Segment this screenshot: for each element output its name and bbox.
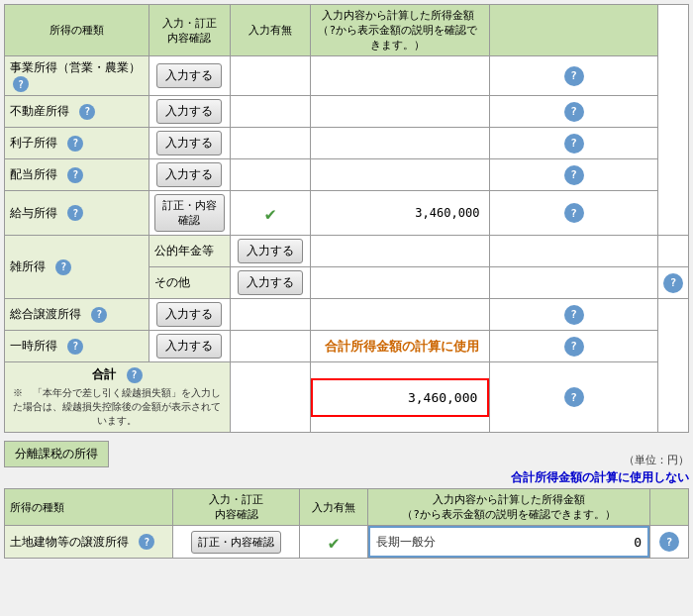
help-icon-salary[interactable]: ?: [67, 205, 83, 221]
help-icon-total[interactable]: ?: [127, 367, 143, 383]
input-btn-realestate[interactable]: 入力する: [156, 99, 222, 124]
help-other[interactable]: ?: [657, 267, 688, 299]
help-circle-land[interactable]: ?: [659, 532, 679, 552]
category-transfer: 総合譲渡所得 ?: [5, 299, 149, 331]
help-icon-temporary[interactable]: ?: [67, 339, 83, 355]
action-business[interactable]: 入力する: [148, 56, 230, 96]
amount-temporary: 合計所得金額の計算に使用: [311, 331, 490, 362]
help-circle-total[interactable]: ?: [564, 387, 584, 407]
confirm-btn-land[interactable]: 訂正・内容確認: [191, 531, 281, 554]
land-sublabel: 長期一般分: [376, 534, 436, 551]
sep-header-action: 入力・訂正 内容確認: [173, 489, 300, 526]
total-amount-box: 3,460,000: [311, 378, 489, 417]
action-salary[interactable]: 訂正・内容確認: [148, 191, 230, 236]
land-amount: 0: [634, 535, 642, 550]
help-icon-interest[interactable]: ?: [67, 136, 83, 152]
help-salary[interactable]: ?: [490, 191, 658, 236]
help-interest[interactable]: ?: [490, 128, 658, 159]
help-circle-salary[interactable]: ?: [564, 203, 584, 223]
help-total[interactable]: ?: [490, 362, 658, 433]
flag-realestate: [230, 96, 310, 128]
category-land: 土地建物等の譲渡所得 ?: [5, 526, 173, 559]
action-other[interactable]: 入力する: [230, 267, 310, 299]
help-circle-dividend[interactable]: ?: [564, 165, 584, 185]
category-temporary: 一時所得 ?: [5, 331, 149, 362]
action-interest[interactable]: 入力する: [148, 128, 230, 159]
amount-other: [490, 267, 658, 299]
help-icon-transfer[interactable]: ?: [91, 307, 107, 323]
action-transfer[interactable]: 入力する: [148, 299, 230, 331]
separate-label: 分離課税の所得: [4, 441, 109, 467]
main-container: 所得の種類 入力・訂正 内容確認 入力有無 入力内容から計算した所得金額 （?か…: [0, 0, 693, 563]
sublabel-pension: 公的年金等: [148, 236, 230, 267]
separate-section: 分離課税の所得 （単位：円） 合計所得金額の計算に使用しない 所得の種類 入力・…: [4, 441, 689, 559]
category-dividend: 配当所得 ?: [5, 159, 149, 191]
action-temporary[interactable]: 入力する: [148, 331, 230, 362]
check-icon-salary: ✔: [265, 203, 276, 224]
unit-label: （単位：円）: [624, 453, 689, 467]
flag-other: [311, 267, 490, 299]
help-circle-realestate[interactable]: ?: [564, 102, 584, 122]
input-btn-pension[interactable]: 入力する: [238, 239, 303, 263]
total-note: ※ 「本年分で差し引く繰越損失額」を入力した場合は、繰越損失控除後の金額が表示さ…: [9, 386, 226, 428]
sublabel-other: その他: [148, 267, 230, 299]
amount-total: 3,460,000: [311, 362, 490, 433]
flag-total: [230, 362, 310, 433]
action-realestate[interactable]: 入力する: [148, 96, 230, 128]
table-row-misc-pension: 雑所得 ? 公的年金等 入力する: [5, 236, 689, 267]
header-amount: 入力内容から計算した所得金額 （?から表示金額の説明を確認できます。）: [311, 5, 490, 56]
input-btn-other[interactable]: 入力する: [238, 270, 303, 295]
check-icon-land: ✔: [329, 532, 340, 553]
highlight-text-temporary: 合計所得金額の計算に使用: [325, 339, 479, 354]
help-temporary[interactable]: ?: [490, 331, 658, 362]
flag-business: [230, 56, 310, 96]
table-row: 事業所得（営業・農業） ? 入力する ?: [5, 56, 689, 96]
table-row: 利子所得 ? 入力する ?: [5, 128, 689, 159]
help-pension: [657, 236, 688, 267]
sep-header-amount: 入力内容から計算した所得金額 （?から表示金額の説明を確認できます。）: [368, 489, 650, 526]
amount-business: [311, 56, 490, 96]
input-btn-temporary[interactable]: 入力する: [156, 334, 222, 359]
input-btn-business[interactable]: 入力する: [156, 63, 222, 88]
header-category: 所得の種類: [5, 5, 149, 56]
flag-temporary: [230, 331, 310, 362]
input-btn-dividend[interactable]: 入力する: [156, 162, 222, 187]
help-circle-interest[interactable]: ?: [564, 134, 584, 154]
header-help: [490, 5, 658, 56]
confirm-btn-salary[interactable]: 訂正・内容確認: [154, 194, 225, 232]
sep-header-help: [650, 489, 689, 526]
flag-interest: [230, 128, 310, 159]
help-dividend[interactable]: ?: [490, 159, 658, 191]
table-row: 不動産所得 ? 入力する ?: [5, 96, 689, 128]
help-business[interactable]: ?: [490, 56, 658, 96]
help-icon-misc[interactable]: ?: [55, 259, 71, 275]
help-circle-other[interactable]: ?: [663, 273, 683, 293]
category-interest: 利子所得 ?: [5, 128, 149, 159]
separate-table: 所得の種類 入力・訂正 内容確認 入力有無 入力内容から計算した所得金額 （?か…: [4, 488, 689, 559]
flag-dividend: [230, 159, 310, 191]
amount-interest: [311, 128, 490, 159]
amount-salary: 3,460,000: [311, 191, 490, 236]
action-pension[interactable]: 入力する: [230, 236, 310, 267]
table-row-temporary: 一時所得 ? 入力する 合計所得金額の計算に使用 ?: [5, 331, 689, 362]
input-btn-transfer[interactable]: 入力する: [156, 302, 222, 327]
action-land[interactable]: 訂正・内容確認: [173, 526, 300, 559]
amount-pension: [490, 236, 658, 267]
help-transfer[interactable]: ?: [490, 299, 658, 331]
category-business: 事業所得（営業・農業） ?: [5, 56, 149, 96]
help-circle-business[interactable]: ?: [564, 66, 584, 86]
help-circle-temporary[interactable]: ?: [564, 337, 584, 357]
flag-land: ✔: [300, 526, 368, 559]
input-btn-interest[interactable]: 入力する: [156, 131, 222, 155]
category-misc: 雑所得 ?: [5, 236, 149, 299]
help-icon-dividend[interactable]: ?: [67, 167, 83, 183]
action-dividend[interactable]: 入力する: [148, 159, 230, 191]
help-circle-transfer[interactable]: ?: [564, 305, 584, 325]
help-icon-land[interactable]: ?: [139, 534, 154, 550]
help-land[interactable]: ?: [650, 526, 689, 559]
help-icon-realestate[interactable]: ?: [79, 104, 95, 120]
amount-dividend: [311, 159, 490, 191]
sep-header-flag: 入力有無: [300, 489, 368, 526]
help-realestate[interactable]: ?: [490, 96, 658, 128]
help-icon-business[interactable]: ?: [13, 76, 29, 92]
